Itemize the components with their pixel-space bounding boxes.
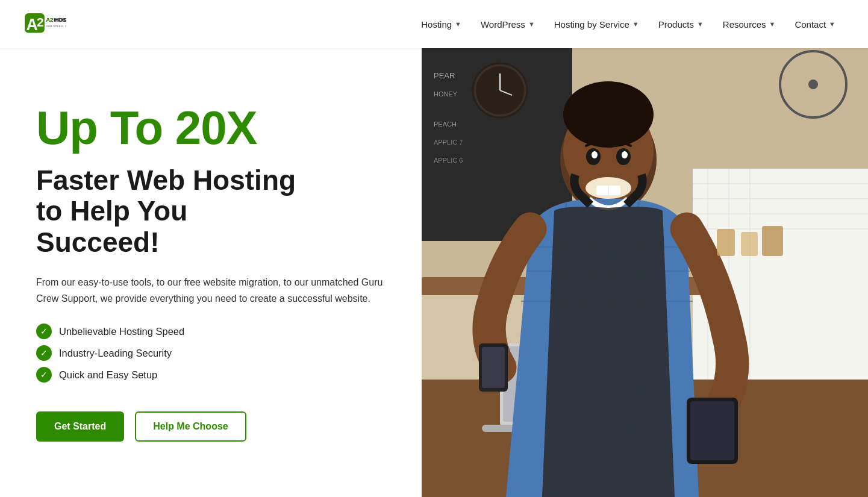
svg-rect-52	[717, 229, 735, 256]
hero-image: PEAR HONEY PEACH APPLIC 7 APPLIC 6	[422, 48, 868, 497]
nav-label-contact: Contact	[795, 19, 826, 30]
nav-label-products: Products	[658, 19, 694, 30]
get-started-button[interactable]: Get Started	[36, 411, 124, 442]
feature-item-speed: ✓ Unbelievable Hosting Speed	[36, 324, 392, 339]
hero-content: Up To 20X Faster Web Hosting to Help You…	[0, 48, 422, 497]
feature-item-setup: ✓ Quick and Easy Setup	[36, 367, 392, 383]
svg-text:A2: A2	[46, 17, 53, 23]
svg-point-48	[592, 151, 598, 158]
nav-item-wordpress: WordPress ▼	[472, 14, 543, 34]
chevron-down-icon: ▼	[829, 20, 835, 28]
check-icon-security: ✓	[36, 345, 52, 361]
svg-text:OUR SPEED, YOUR SUCCESS: OUR SPEED, YOUR SUCCESS	[46, 25, 66, 28]
svg-rect-54	[762, 226, 783, 256]
check-icon-setup: ✓	[36, 367, 52, 383]
svg-point-32	[563, 81, 654, 148]
navbar: A 2 A2 HOSTING A2 HOSTING OUR SPEED, YOU…	[0, 0, 868, 48]
features-list: ✓ Unbelievable Hosting Speed ✓ Industry-…	[36, 324, 392, 389]
hero-subtitle: Faster Web Hosting to Help You Succeed!	[36, 165, 392, 258]
svg-rect-42	[482, 347, 505, 388]
svg-text:PEAR: PEAR	[434, 71, 455, 80]
hero-illustration: PEAR HONEY PEACH APPLIC 7 APPLIC 6	[422, 48, 868, 497]
nav-links: Hosting ▼ WordPress ▼ Hosting by Service…	[413, 14, 844, 34]
logo-icon: A 2 A2 HOSTING A2 HOSTING OUR SPEED, YOU…	[24, 6, 66, 42]
nav-link-contact[interactable]: Contact ▼	[786, 14, 844, 34]
feature-label-security: Industry-Leading Security	[59, 348, 172, 359]
chevron-down-icon: ▼	[769, 20, 776, 28]
check-icon-speed: ✓	[36, 324, 52, 339]
svg-text:HONEY: HONEY	[434, 90, 458, 98]
svg-rect-44	[690, 401, 734, 460]
nav-label-resources: Resources	[723, 19, 766, 30]
svg-text:2: 2	[37, 15, 44, 29]
hero-tagline: Up To 20X	[36, 104, 392, 153]
nav-link-resources[interactable]: Resources ▼	[714, 14, 784, 34]
hero-subtitle-line3: Succeed!	[36, 227, 160, 258]
nav-item-resources: Resources ▼	[714, 14, 784, 34]
svg-text:APPLIC 6: APPLIC 6	[434, 157, 463, 164]
feature-label-setup: Quick and Easy Setup	[59, 369, 157, 381]
nav-link-hosting[interactable]: Hosting ▼	[413, 14, 470, 34]
svg-point-49	[622, 151, 628, 158]
svg-rect-53	[741, 232, 758, 256]
nav-link-wordpress[interactable]: WordPress ▼	[472, 14, 543, 34]
nav-item-hosting-by-service: Hosting by Service ▼	[546, 14, 648, 34]
nav-item-products: Products ▼	[650, 14, 712, 34]
hero-subtitle-line1: Faster Web Hosting	[36, 164, 296, 196]
hero-subtitle-line2: to Help You	[36, 195, 187, 227]
hero-description: From our easy-to-use tools, to our free …	[36, 275, 392, 307]
help-me-choose-button[interactable]: Help Me Choose	[135, 411, 246, 442]
chevron-down-icon: ▼	[632, 20, 639, 28]
feature-label-speed: Unbelievable Hosting Speed	[59, 326, 184, 337]
nav-label-hosting-by-service: Hosting by Service	[554, 19, 629, 30]
nav-link-products[interactable]: Products ▼	[650, 14, 712, 34]
feature-item-security: ✓ Industry-Leading Security	[36, 345, 392, 361]
svg-text:APPLIC 7: APPLIC 7	[434, 139, 463, 146]
svg-text:HOSTING: HOSTING	[54, 17, 66, 23]
nav-item-hosting: Hosting ▼	[413, 14, 470, 34]
svg-text:A: A	[27, 16, 38, 34]
logo-link[interactable]: A 2 A2 HOSTING A2 HOSTING OUR SPEED, YOU…	[24, 6, 66, 42]
nav-label-wordpress: WordPress	[481, 19, 525, 30]
chevron-down-icon: ▼	[697, 20, 704, 28]
chevron-down-icon: ▼	[528, 20, 535, 28]
cta-group: Get Started Help Me Choose	[36, 411, 392, 442]
svg-point-56	[808, 80, 818, 89]
nav-label-hosting: Hosting	[421, 19, 452, 30]
svg-text:PEACH: PEACH	[434, 120, 457, 128]
nav-link-hosting-by-service[interactable]: Hosting by Service ▼	[546, 14, 648, 34]
nav-item-contact: Contact ▼	[786, 14, 844, 34]
chevron-down-icon: ▼	[455, 20, 461, 28]
hero-section: Up To 20X Faster Web Hosting to Help You…	[0, 48, 868, 497]
